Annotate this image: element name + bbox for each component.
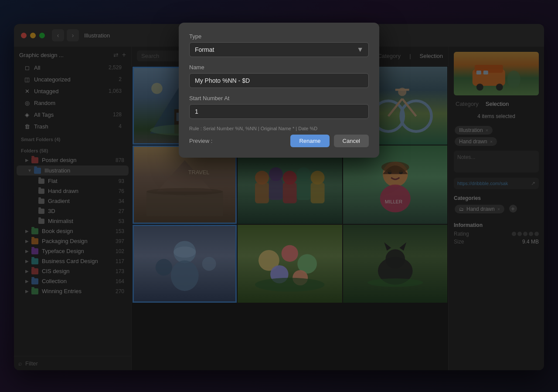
- name-field: Name: [189, 64, 369, 88]
- rule-text: Rule : Serial Number %N, %NN | Original …: [189, 126, 369, 131]
- rename-dialog: Type Format Sequence Custom ▼ Name Start…: [179, 23, 379, 158]
- rename-button[interactable]: Rename: [290, 135, 329, 147]
- start-number-label: Start Number At: [189, 95, 369, 101]
- preview-label: Preview :: [189, 138, 212, 144]
- type-select-wrapper: Format Sequence Custom ▼: [189, 42, 369, 57]
- start-number-input[interactable]: [189, 104, 369, 119]
- dialog-buttons: Rename Cancel: [290, 135, 369, 147]
- start-number-field: Start Number At: [189, 95, 369, 119]
- name-input[interactable]: [189, 73, 369, 88]
- type-select[interactable]: Format Sequence Custom: [189, 42, 369, 57]
- dialog-overlay: Type Format Sequence Custom ▼ Name Start…: [0, 0, 558, 392]
- type-field: Type Format Sequence Custom ▼: [189, 33, 369, 57]
- type-label: Type: [189, 33, 369, 40]
- cancel-button[interactable]: Cancel: [334, 135, 369, 147]
- name-label: Name: [189, 64, 369, 71]
- dialog-bottom-row: Preview : Rename Cancel: [189, 135, 369, 147]
